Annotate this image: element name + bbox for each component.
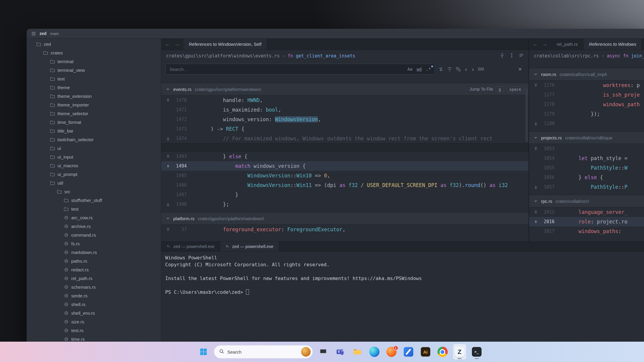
code-line[interactable]: 1496 WindowsVersion::Win11 => (dpi as f3… [161, 180, 528, 190]
code-line[interactable]: 1498 }; [161, 200, 528, 209]
sidebar-item[interactable]: paths.rs [27, 257, 161, 265]
code-line[interactable]: 1470 handle: HWND, [161, 95, 528, 105]
sidebar-item[interactable]: command.rs [27, 231, 161, 239]
code-line[interactable]: 37 foreground_executor: ForegroundExecut… [161, 225, 528, 234]
code-line[interactable]: 1053 [529, 144, 644, 153]
sidebar-item[interactable]: title_bar [27, 127, 161, 135]
sidebar-item[interactable]: stuff\other_stuff [27, 196, 161, 205]
sidebar-item[interactable]: size.rs [27, 317, 161, 326]
collapse-excerpt-icon[interactable] [166, 87, 170, 91]
sidebar-item[interactable]: ui_macros [27, 161, 161, 170]
excerpt-header[interactable]: room.rscrates\call\src\call_impl\ [529, 68, 644, 80]
expand-excerpts-icon[interactable] [500, 53, 505, 59]
expand-excerpt-up-icon[interactable] [161, 98, 175, 103]
expand-excerpt-down-icon[interactable] [161, 136, 175, 141]
zed-icon[interactable]: Z [453, 344, 466, 360]
sidebar-item[interactable]: redact.rs [27, 265, 161, 274]
sidebar-item[interactable]: test [27, 205, 161, 213]
terminal-tab[interactable]: zed — powershell.exe [220, 242, 279, 251]
text-cursor-icon[interactable] [509, 53, 514, 59]
prev-match-icon[interactable]: ‹ [464, 66, 468, 73]
expand-excerpt-up-icon[interactable] [529, 210, 543, 215]
wrap-lines-icon[interactable] [519, 53, 524, 59]
sidebar-item[interactable]: ui [27, 144, 161, 153]
edge-icon[interactable] [368, 344, 381, 360]
sidebar-item[interactable]: zed [27, 40, 161, 48]
regex-toggle[interactable]: .* [426, 67, 431, 72]
collapse-excerpt-icon[interactable] [534, 199, 538, 203]
code-line[interactable]: 1179 }); [529, 109, 644, 119]
breadcrumb-right[interactable]: crates\collab\src\rpc.rs › async fn join… [529, 50, 644, 62]
terminal-tab[interactable]: zed — powershell.exe [161, 242, 220, 251]
chrome-icon[interactable] [436, 344, 449, 360]
code-line[interactable]: 1497 } [161, 190, 528, 200]
nav-back-icon[interactable]: ← [533, 41, 538, 47]
code-line[interactable]: 1471 is_maximized: bool, [161, 105, 528, 115]
case-sensitive-toggle[interactable]: Aa [407, 67, 412, 72]
excerpt-header[interactable]: rpc.rscrates\collab\src\ [529, 195, 644, 207]
expand-excerpt-up-icon[interactable] [161, 227, 175, 232]
sidebar-item[interactable]: src [27, 187, 161, 196]
illustrator-icon[interactable]: Ai [419, 344, 432, 360]
sidebar-item[interactable]: schemars.rs [27, 283, 161, 291]
scrollbar[interactable] [525, 76, 528, 241]
sidebar-item[interactable]: shell.rs [27, 300, 161, 309]
expand-excerpt-up-icon[interactable] [529, 83, 543, 88]
code-line[interactable]: 1472 windows_version: WindowsVersion, [161, 115, 528, 124]
code-line[interactable]: 1493 } else { [161, 152, 528, 161]
expand-excerpt-up-icon[interactable] [161, 154, 175, 159]
code-line[interactable]: 1178 windows_path [529, 100, 644, 109]
code-line[interactable]: 2015language_server_ [529, 207, 644, 217]
sidebar-item[interactable]: theme_selector [27, 109, 161, 118]
sidebar-item[interactable]: theme_extension [27, 92, 161, 101]
code-line[interactable]: 1474 // For maximized windows, Windows o… [161, 134, 528, 143]
blue-app-icon[interactable] [402, 344, 415, 360]
whole-word-toggle[interactable]: wd [417, 67, 422, 72]
expand-excerpt-down-icon[interactable] [529, 121, 543, 126]
code-action-icon[interactable] [161, 164, 175, 168]
expand-excerpt-down-icon[interactable] [529, 185, 543, 189]
code-line[interactable]: 1057 PathStyle::P [529, 182, 644, 192]
start-button[interactable] [197, 344, 210, 360]
excerpt-header[interactable]: projects.rscrates\collab\src\db\que [529, 131, 644, 144]
search-input[interactable]: Search… Aa wd .* [165, 64, 435, 74]
breadcrumb-main[interactable]: crates\gpui\src\platform\windows\events.… [161, 50, 528, 62]
teams-icon[interactable]: T [334, 344, 347, 360]
code-line[interactable]: 1495 WindowsVersion::Win10 => 0, [161, 171, 528, 180]
sidebar-item[interactable]: markdown.rs [27, 248, 161, 257]
weather-icon[interactable] [301, 347, 311, 357]
code-action-icon[interactable] [529, 220, 543, 224]
code-line[interactable]: 2017windows_paths: [529, 226, 644, 236]
sidebar-item[interactable]: test.rs [27, 326, 161, 335]
code-line[interactable]: 1177 is_ssh_proje [529, 90, 644, 100]
expand-excerpt-down-icon[interactable] [161, 202, 175, 207]
orange-app-icon[interactable]: 1 [385, 344, 398, 360]
excerpt-header[interactable]: events.rscrates\gpui\src\platform\window… [161, 83, 528, 95]
sidebar-item[interactable]: ui_input [27, 153, 161, 161]
scrollbar-thumb[interactable] [525, 88, 528, 142]
sidebar-item[interactable]: time_format [27, 118, 161, 127]
code-line[interactable]: 1054let path_style = [529, 153, 644, 163]
next-match-icon[interactable]: › [471, 66, 475, 73]
tab-references-main[interactable]: References to WindowsVersion, Self [183, 39, 267, 50]
sidebar-item[interactable]: ui_prompt [27, 170, 161, 179]
code-line[interactable]: 1473) -> RECT { [161, 124, 528, 134]
sidebar-item[interactable]: theme_importer [27, 101, 161, 109]
git-branch[interactable]: main [50, 31, 59, 36]
sidebar-item[interactable]: serde.rs [27, 291, 161, 300]
code-line[interactable]: 1055 PathStyle::W [529, 163, 644, 173]
sidebar-item[interactable]: crates [27, 48, 161, 57]
code-line[interactable]: 1180 [529, 119, 644, 128]
sidebar-item[interactable]: archive.rs [27, 222, 161, 231]
sidebar-item[interactable]: terminal_view [27, 66, 161, 74]
project-name[interactable]: zed [40, 31, 46, 36]
sidebar-item[interactable]: arc_cow.rs [27, 213, 161, 222]
titlebar[interactable]: zed main [27, 29, 644, 39]
nav-forward-icon[interactable]: → [175, 41, 180, 47]
sidebar-item[interactable]: fs.rs [27, 239, 161, 248]
sidebar-item[interactable]: toolchain_selector [27, 135, 161, 144]
code-line[interactable]: 1176 worktrees: p [529, 80, 644, 90]
replace-toggle-icon[interactable] [438, 67, 443, 72]
terminal-output[interactable]: Windows PowerShellCopyright (C) Microsof… [161, 252, 644, 298]
laptop-app-icon[interactable] [317, 344, 330, 360]
